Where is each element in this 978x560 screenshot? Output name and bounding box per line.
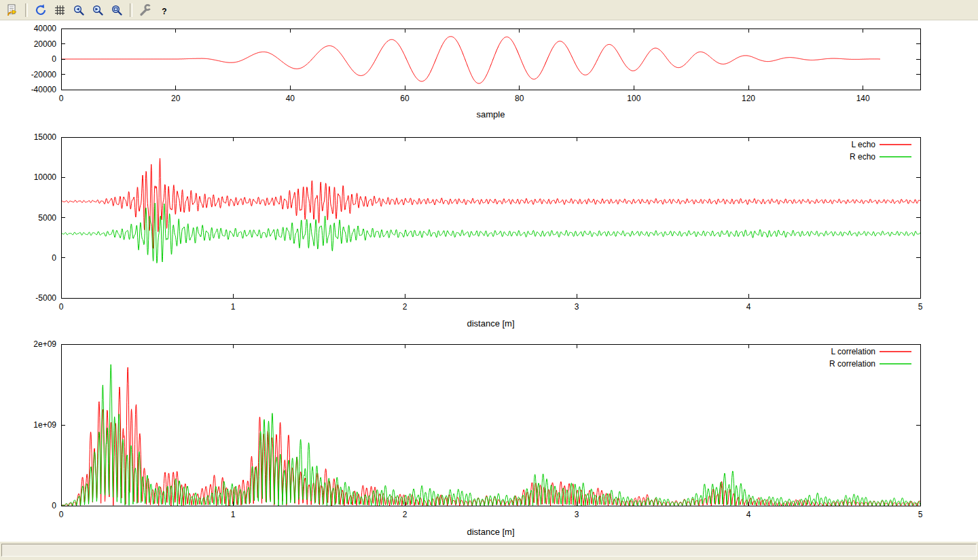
help-button[interactable]: ?	[156, 1, 173, 19]
configure-button[interactable]	[137, 1, 154, 19]
zoom-next-button[interactable]	[89, 1, 107, 19]
x-tick-label: 5	[918, 510, 923, 519]
x-tick-label: 120	[742, 94, 755, 103]
refresh-icon	[34, 3, 48, 17]
x-tick-label: 0	[59, 510, 64, 519]
x-tick-label: 140	[856, 94, 870, 103]
x-tick-label: 0	[59, 302, 64, 312]
replot-button[interactable]	[32, 1, 50, 19]
help-glyph: ?	[162, 6, 166, 16]
legend-label: L echo	[851, 140, 875, 149]
status-bar	[0, 541, 978, 560]
x-tick-label: 2	[403, 302, 408, 312]
x-tick-label: 4	[746, 302, 751, 312]
x-tick-label: 1	[231, 302, 236, 312]
plot-border	[61, 29, 920, 90]
x-tick-label: 5	[918, 302, 923, 312]
status-field	[1, 544, 977, 557]
y-tick-label: 0	[52, 54, 56, 64]
toolbar: ?	[0, 0, 978, 20]
x-tick-label: 60	[400, 94, 410, 103]
legend-label: L correlation	[831, 347, 875, 356]
chart-echo[interactable]: 012345-5000050001000015000distance [m]L …	[0, 126, 978, 333]
y-tick-label: -40000	[31, 85, 57, 94]
copy-to-clipboard-button[interactable]	[3, 1, 21, 19]
y-tick-label: 2e+09	[33, 339, 56, 349]
help-icon: ?	[158, 3, 171, 17]
x-tick-label: 100	[627, 94, 640, 103]
y-tick-label: 1e+09	[33, 420, 56, 430]
series-r-echo	[61, 203, 920, 263]
x-axis-label: sample	[477, 109, 505, 119]
y-tick-label: -5000	[35, 293, 56, 303]
legend-label: R echo	[850, 152, 875, 162]
series-l-correlation	[61, 367, 920, 506]
toolbar-separator	[25, 3, 28, 17]
x-tick-label: 2	[403, 510, 408, 519]
x-tick-label: 4	[746, 510, 751, 519]
y-tick-label: 20000	[34, 39, 57, 49]
x-tick-label: 3	[575, 302, 579, 312]
wrench-icon	[139, 3, 152, 17]
x-tick-label: 20	[171, 94, 181, 103]
gnuplot-window: ? 020406080100120140-40000-2000002000040…	[0, 0, 978, 560]
plot-border	[61, 137, 920, 298]
chart-signal[interactable]: 020406080100120140-40000-200000200004000…	[0, 20, 978, 126]
legend-label: R correlation	[829, 359, 875, 369]
series-r-correlation	[61, 365, 920, 506]
x-tick-label: 3	[575, 510, 579, 519]
y-tick-label: 5000	[38, 213, 56, 223]
grid-icon	[53, 3, 67, 17]
y-tick-label: -20000	[31, 70, 57, 79]
clipboard-icon	[5, 3, 19, 17]
chart-correlation[interactable]: 01234501e+092e+09distance [m]L correlati…	[0, 333, 978, 541]
x-axis-label: distance [m]	[467, 527, 514, 537]
zoom-next-icon	[91, 3, 105, 17]
y-tick-label: 0	[52, 501, 56, 510]
y-tick-label: 10000	[34, 172, 57, 182]
y-tick-label: 15000	[34, 132, 57, 142]
autoscale-button[interactable]	[108, 1, 126, 19]
zoom-previous-button[interactable]	[70, 1, 88, 19]
toolbar-separator	[130, 3, 132, 17]
plot-canvas: 020406080100120140-40000-200000200004000…	[0, 20, 978, 541]
x-axis-label: distance [m]	[467, 318, 514, 329]
x-tick-label: 80	[515, 94, 524, 103]
x-tick-label: 0	[59, 94, 64, 103]
y-tick-label: 0	[52, 253, 56, 263]
x-tick-label: 40	[286, 94, 295, 103]
x-tick-label: 1	[231, 510, 236, 519]
zoom-previous-icon	[72, 3, 86, 17]
zoom-autoscale-icon	[110, 3, 124, 17]
toggle-grid-button[interactable]	[51, 1, 69, 19]
plot-border	[61, 344, 920, 506]
series-pulse	[61, 37, 880, 83]
y-tick-label: 40000	[34, 24, 57, 33]
